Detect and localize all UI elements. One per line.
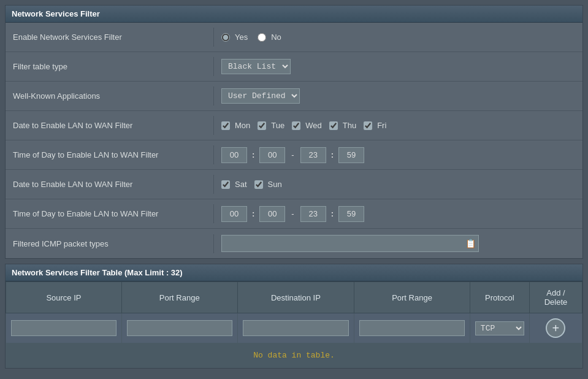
add-icon: +	[546, 318, 565, 338]
port-range-2-cell	[354, 313, 470, 343]
thu-checkbox[interactable]	[329, 121, 338, 130]
col-protocol: Protocol	[470, 282, 529, 313]
mon-label: Mon	[235, 121, 250, 130]
weekday-start-minute[interactable]	[259, 147, 285, 163]
weekday-time-dash: -	[291, 150, 294, 159]
time-weekday-label: Time of Day to Enable LAN to WAN Filter	[6, 145, 214, 164]
filter-table-type-row: Filter table type Black List White List	[6, 52, 582, 82]
thu-label: Thu	[343, 121, 356, 130]
fri-label: Fri	[377, 121, 386, 130]
weekend-time-dash: -	[291, 209, 294, 218]
weekday-start-hour[interactable]	[221, 147, 247, 163]
filter-table-section: Network Services Filter Table (Max Limit…	[5, 264, 583, 369]
time-weekend-row: Time of Day to Enable LAN to WAN Filter …	[6, 199, 582, 229]
main-container: Network Services Filter Enable Network S…	[0, 0, 588, 373]
date-weekend-row: Date to Enable LAN to WAN Filter Sat Sun	[6, 170, 582, 199]
weekday-end-minute[interactable]	[338, 147, 364, 163]
enable-filter-no-radio[interactable]	[258, 33, 266, 42]
filter-table-type-value: Black List White List	[214, 54, 582, 79]
table-title-text: Network Services Filter Table (Max Limit…	[12, 268, 183, 277]
source-ip-input[interactable]	[11, 320, 116, 336]
icmp-value: 📋	[214, 230, 582, 257]
destination-ip-input[interactable]	[243, 320, 349, 336]
date-weekday-label: Date to Enable LAN to WAN Filter	[6, 116, 214, 135]
icmp-row: Filtered ICMP packet types 📋	[6, 229, 582, 258]
protocol-cell: TCP UDP Both ICMP	[470, 313, 529, 343]
weekday-end-hour[interactable]	[300, 147, 326, 163]
port-range-2-input[interactable]	[359, 320, 465, 336]
weekend-end-minute[interactable]	[338, 206, 364, 222]
filter-table-type-select[interactable]: Black List White List	[221, 59, 291, 74]
destination-ip-cell	[237, 313, 354, 343]
col-port-range-2: Port Range	[354, 282, 470, 313]
weekend-time-colon-1: :	[252, 209, 254, 218]
well-known-apps-select[interactable]: User Defined HTTP FTP DNS	[221, 88, 300, 104]
wed-label: Wed	[305, 121, 322, 130]
table-section-title: Network Services Filter Table (Max Limit…	[6, 264, 582, 281]
table-input-row: TCP UDP Both ICMP +	[6, 313, 582, 343]
sat-checkbox[interactable]	[221, 180, 230, 189]
enable-filter-yes-radio[interactable]	[221, 33, 230, 42]
time-weekend-label: Time of Day to Enable LAN to WAN Filter	[6, 204, 214, 223]
icmp-input-container: 📋	[221, 235, 479, 252]
section-title: Network Services Filter	[6, 6, 582, 23]
icmp-list-icon[interactable]: 📋	[465, 239, 476, 248]
weekday-time-colon-1: :	[252, 150, 254, 159]
well-known-apps-value: User Defined HTTP FTP DNS	[214, 83, 582, 109]
no-data-cell: No data in table.	[6, 343, 582, 368]
sat-label: Sat	[235, 180, 247, 189]
add-delete-cell: +	[529, 313, 582, 343]
weekday-time-colon-2: :	[331, 150, 334, 159]
mon-checkbox[interactable]	[221, 121, 230, 130]
icmp-label: Filtered ICMP packet types	[6, 234, 214, 253]
date-weekday-row: Date to Enable LAN to WAN Filter Mon Tue…	[6, 111, 582, 140]
no-data-row: No data in table.	[6, 343, 582, 368]
no-data-text: No data in table.	[253, 351, 335, 360]
well-known-apps-row: Well-Known Applications User Defined HTT…	[6, 82, 582, 111]
weekend-start-hour[interactable]	[221, 206, 247, 222]
tue-checkbox[interactable]	[258, 121, 266, 130]
col-source-ip: Source IP	[6, 282, 122, 313]
weekend-time-colon-2: :	[331, 209, 334, 218]
section-title-text: Network Services Filter	[12, 9, 100, 18]
date-weekday-value: Mon Tue Wed Thu Fri	[214, 116, 582, 135]
source-ip-cell	[6, 313, 122, 343]
weekend-end-hour[interactable]	[300, 206, 326, 222]
protocol-select[interactable]: TCP UDP Both ICMP	[475, 321, 524, 335]
sun-checkbox[interactable]	[254, 180, 263, 189]
wed-checkbox[interactable]	[292, 121, 300, 130]
well-known-apps-label: Well-Known Applications	[6, 86, 214, 105]
time-weekend-value: : - :	[214, 201, 582, 227]
fri-checkbox[interactable]	[364, 121, 372, 130]
filter-table: Source IP Port Range Destination IP Port…	[6, 281, 582, 368]
date-weekend-label: Date to Enable LAN to WAN Filter	[6, 175, 214, 194]
enable-filter-row: Enable Network Services Filter Yes No	[6, 23, 582, 52]
time-weekday-row: Time of Day to Enable LAN to WAN Filter …	[6, 140, 582, 170]
date-weekend-value: Sat Sun	[214, 175, 582, 194]
tue-label: Tue	[271, 121, 284, 130]
add-row-button[interactable]: +	[546, 318, 565, 338]
filter-table-type-label: Filter table type	[6, 57, 214, 76]
network-services-filter-section: Network Services Filter Enable Network S…	[5, 5, 583, 259]
time-weekday-value: : - :	[214, 142, 582, 168]
yes-label: Yes	[235, 33, 248, 42]
enable-filter-label: Enable Network Services Filter	[6, 28, 214, 47]
enable-filter-value: Yes No	[214, 28, 582, 47]
col-add-delete: Add / Delete	[529, 282, 582, 313]
icmp-text-input[interactable]	[222, 238, 455, 250]
sun-label: Sun	[268, 180, 282, 189]
no-label: No	[271, 33, 281, 42]
port-range-1-cell	[121, 313, 237, 343]
col-destination-ip: Destination IP	[237, 282, 354, 313]
port-range-1-input[interactable]	[127, 320, 232, 336]
col-port-range-1: Port Range	[121, 282, 237, 313]
weekend-start-minute[interactable]	[259, 206, 285, 222]
